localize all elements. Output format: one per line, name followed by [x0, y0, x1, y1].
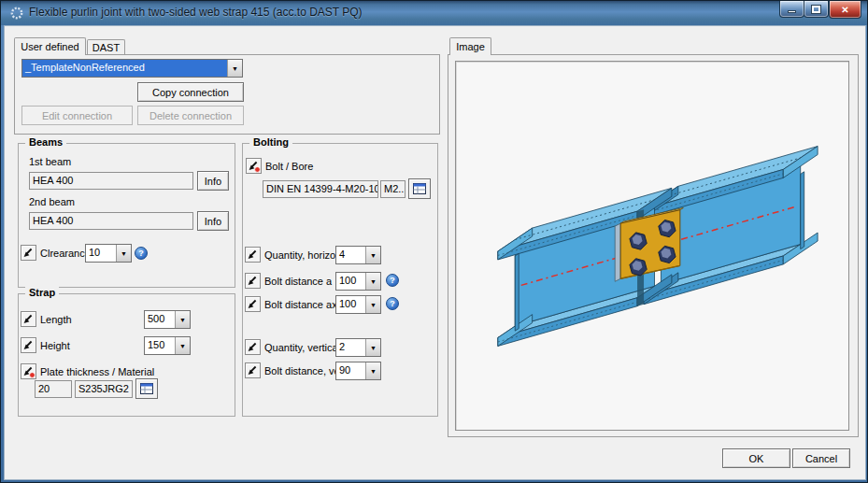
qty-horizontal-attribute-button[interactable]	[245, 247, 261, 263]
second-beam-label: 2nd beam	[29, 196, 75, 207]
plate-thickness-field[interactable]: 20	[35, 380, 72, 398]
clearance-help-icon[interactable]: ?	[135, 247, 148, 260]
bolt-distance-vertical-select[interactable]: 90 ▼	[335, 362, 381, 380]
chevron-down-icon[interactable]: ▼	[365, 362, 380, 379]
second-beam-info-button[interactable]: Info	[197, 211, 229, 231]
chevron-down-icon[interactable]: ▼	[365, 273, 380, 290]
first-beam-field[interactable]: HEA 400	[29, 172, 193, 190]
chevron-down-icon[interactable]: ▼	[227, 60, 242, 77]
chevron-down-icon[interactable]: ▼	[116, 245, 131, 262]
length-value: 500	[145, 311, 175, 328]
tab-user-defined[interactable]: User defined	[14, 37, 86, 55]
chevron-down-icon[interactable]: ▼	[175, 311, 190, 328]
attribute-arrow-red-dot-icon	[21, 364, 36, 378]
bolt-distance-ax0-value: 100	[336, 296, 365, 313]
plate-thickness-material-label: Plate thickness / Material	[40, 366, 154, 377]
strap-group-title: Strap	[25, 287, 59, 298]
clearance-label: Clrearance	[40, 248, 91, 259]
qty-vertical-value: 2	[336, 339, 365, 356]
bolt-standard-field[interactable]: DIN EN 14399-4-M20-10...	[263, 180, 378, 198]
height-select[interactable]: 150 ▼	[144, 336, 191, 355]
first-beam-label: 1st beam	[29, 156, 71, 167]
tab-image-label: Image	[456, 41, 485, 52]
chevron-down-icon[interactable]: ▼	[365, 296, 380, 313]
ok-button[interactable]: OK	[722, 448, 790, 468]
strap-group: Strap	[18, 293, 235, 417]
qty-vertical-select[interactable]: 2 ▼	[335, 338, 381, 357]
bolt-bore-label: Bolt / Bore	[265, 161, 313, 172]
minimize-icon	[788, 10, 796, 13]
height-label: Height	[40, 340, 70, 351]
attribute-arrow-icon	[246, 274, 260, 288]
bolt-distance-vertical-attribute-button[interactable]	[245, 362, 261, 378]
second-beam-field[interactable]: HEA 400	[29, 212, 193, 230]
qty-horizontal-value: 4	[336, 247, 365, 263]
tab-dast[interactable]: DAST	[87, 39, 125, 55]
height-attribute-button[interactable]	[21, 337, 36, 353]
material-catalog-button[interactable]	[135, 378, 158, 399]
maximize-button[interactable]	[804, 1, 829, 18]
bolt-size-field[interactable]: M2...	[380, 180, 406, 198]
close-button[interactable]: ✕	[829, 1, 861, 19]
tab-image[interactable]: Image	[449, 37, 491, 55]
bolt-distance-a-value: 100	[336, 273, 365, 290]
bolt-distance-ax0-help-icon[interactable]: ?	[386, 297, 399, 310]
close-icon: ✕	[841, 5, 848, 15]
attribute-arrow-icon	[246, 248, 260, 262]
attribute-arrow-icon	[21, 312, 36, 326]
qty-vertical-attribute-button[interactable]	[245, 339, 261, 355]
edit-connection-button[interactable]: Edit connection	[21, 106, 133, 125]
height-value: 150	[145, 337, 175, 354]
attribute-arrow-icon	[246, 297, 260, 311]
plate-attribute-button[interactable]	[21, 363, 36, 379]
tab-user-defined-label: User defined	[21, 41, 78, 52]
material-field[interactable]: S235JRG2	[75, 380, 133, 398]
attribute-arrow-icon	[21, 246, 36, 260]
clearance-select[interactable]: 10 ▼	[85, 244, 132, 263]
app-icon	[9, 6, 24, 21]
chevron-down-icon[interactable]: ▼	[365, 339, 380, 356]
beams-group-title: Beams	[25, 136, 66, 148]
bolt-distance-a-help-icon[interactable]: ?	[386, 274, 399, 287]
bolt-distance-ax0-label: Bolt distance ax0	[264, 299, 343, 310]
length-attribute-button[interactable]	[21, 311, 36, 327]
template-select[interactable]: _TemplateNonReferenced ▼	[21, 59, 243, 78]
qty-vertical-label: Quantity, vertical	[264, 342, 340, 353]
catalog-table-icon	[140, 383, 153, 394]
bolt-distance-a-label: Bolt distance a	[264, 276, 332, 287]
delete-connection-button[interactable]: Delete connection	[137, 106, 244, 125]
cancel-button[interactable]: Cancel	[792, 448, 850, 468]
bolt-catalog-button[interactable]	[408, 178, 431, 199]
maximize-icon	[812, 6, 820, 13]
bolt-distance-vertical-value: 90	[336, 362, 365, 379]
minimize-button[interactable]	[779, 1, 804, 18]
bolting-group-title: Bolting	[249, 136, 292, 148]
tab-dast-label: DAST	[92, 42, 120, 53]
titlebar[interactable]: Flexible purlin joint with two-sided web…	[1, 1, 868, 25]
chevron-down-icon[interactable]: ▼	[175, 337, 190, 354]
bolt-distance-ax0-select[interactable]: 100 ▼	[335, 295, 381, 314]
catalog-table-icon	[413, 183, 426, 194]
attribute-arrow-icon	[21, 338, 36, 352]
length-label: Length	[40, 314, 72, 325]
chevron-down-icon[interactable]: ▼	[365, 247, 380, 263]
length-select[interactable]: 500 ▼	[144, 310, 191, 329]
clearance-attribute-button[interactable]	[21, 245, 36, 261]
template-select-value: _TemplateNonReferenced	[22, 60, 227, 77]
attribute-arrow-icon	[246, 363, 260, 377]
first-beam-info-button[interactable]: Info	[197, 171, 229, 191]
bolt-bore-attribute-button[interactable]	[246, 158, 262, 174]
dialog-window: Flexible purlin joint with two-sided web…	[0, 0, 868, 483]
clearance-value: 10	[86, 245, 116, 262]
attribute-arrow-icon	[246, 340, 260, 354]
image-preview-box	[455, 61, 849, 431]
bolt-distance-a-select[interactable]: 100 ▼	[335, 272, 381, 291]
bolt-distance-a-attribute-button[interactable]	[245, 273, 261, 289]
connection-3d-preview	[456, 62, 848, 430]
qty-horizontal-select[interactable]: 4 ▼	[335, 246, 381, 264]
bolt-distance-ax0-attribute-button[interactable]	[245, 296, 261, 312]
copy-connection-button[interactable]: Copy connection	[137, 82, 244, 102]
window-title: Flexible purlin joint with two-sided web…	[29, 1, 363, 25]
attribute-arrow-red-dot-icon	[247, 159, 261, 173]
